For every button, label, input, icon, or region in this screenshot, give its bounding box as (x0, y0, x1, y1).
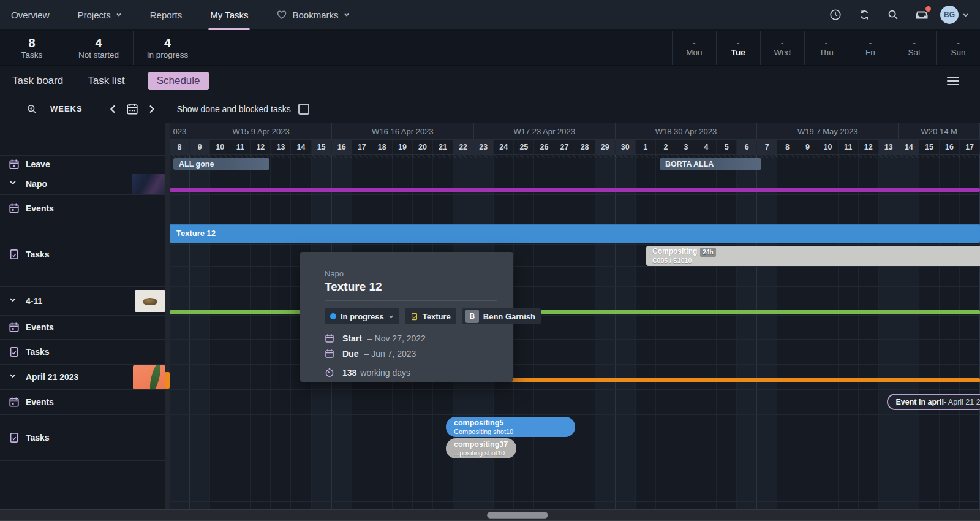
timeline-bar-4-11-timeline[interactable] (170, 310, 980, 314)
weekday-label: Tue (731, 48, 745, 57)
sidebar-row-label: Events (26, 203, 54, 213)
chevron-down-icon (9, 295, 20, 306)
sidebar-row-tasks[interactable]: Tasks (0, 340, 165, 365)
sidebar-row-empty (0, 461, 165, 511)
day-header-cell: 1 (636, 140, 656, 154)
stat-label: Not started (78, 50, 119, 59)
sidebar-row-leave[interactable]: Leave (0, 156, 165, 173)
day-header-cell: 11 (839, 140, 859, 154)
calendar-icon (9, 397, 20, 408)
menu-button[interactable] (944, 74, 962, 88)
status-dropdown[interactable]: In progress (325, 308, 399, 324)
task-bar-compositing37[interactable]: compositing37...positing shot10 (446, 438, 516, 458)
weekday-strip: -Mon-Tue-Wed-Thu-Fri-Sat-Sun (672, 31, 980, 65)
grid-column (230, 155, 251, 510)
nav-item-label: My Tasks (210, 10, 248, 20)
thumbnail-feather (133, 365, 165, 389)
day-header-cell: 15 (312, 140, 332, 154)
task-bar-compositing[interactable]: Compositing24hC005 / S1010 (646, 246, 980, 266)
weekday-value: - (781, 39, 783, 47)
tab-schedule[interactable]: Schedule (148, 72, 209, 90)
grid-row-line (170, 389, 980, 390)
scale-selector[interactable]: WEEKS (50, 104, 83, 113)
prev-button[interactable] (108, 104, 118, 114)
weekday-label: Wed (774, 48, 791, 57)
scrollbar-thumb[interactable] (487, 512, 548, 519)
user-menu[interactable]: BG (940, 6, 969, 24)
start-value: – Nov 27, 2022 (368, 333, 426, 343)
nav-item-label: Reports (150, 10, 183, 20)
day-header: 8910111213141516171819202122232425262728… (170, 140, 980, 155)
calendar-button[interactable] (126, 102, 139, 116)
heart-icon (276, 9, 287, 20)
task-bar-borta-alla[interactable]: BORTA ALLA (660, 158, 761, 170)
task-bar-texture-12[interactable]: Texture 12 (170, 224, 980, 243)
grid-row-line (170, 194, 980, 195)
nav-item-bookmarks[interactable]: Bookmarks (262, 0, 363, 29)
sidebar-row-events[interactable]: Events (0, 195, 165, 222)
sidebar-row-events[interactable]: Events (0, 316, 165, 340)
thumbnail-turtle (135, 290, 165, 312)
assignee-avatar: B (466, 310, 479, 323)
weekday-value: - (825, 39, 827, 47)
task-bar-event-in-april[interactable]: Event in april - April 21 20 (887, 394, 980, 410)
calendar-icon (325, 333, 334, 343)
task-bar-compositing5[interactable]: compositing5Compositing shot10 (446, 417, 575, 437)
clipped-orange-bar (165, 372, 170, 389)
nav-item-overview[interactable]: Overview (11, 0, 64, 29)
search-button[interactable] (883, 4, 903, 25)
history-clock-button[interactable] (825, 4, 846, 25)
chevron-down-icon (9, 178, 20, 189)
grid-body: ALL goneBORTA ALLATexture 12Compositing2… (170, 155, 980, 510)
zoom-icon[interactable] (26, 103, 38, 115)
weekday-sun: -Sun (936, 31, 980, 65)
day-header-cell: 10 (818, 140, 839, 154)
task-bar-all-gone[interactable]: ALL gone (173, 158, 270, 170)
working-days-label: working days (360, 368, 410, 378)
grid-column (251, 155, 271, 510)
tab-task-list[interactable]: Task list (86, 72, 126, 90)
grid-column (960, 155, 980, 510)
stat-value: 4 (164, 36, 171, 50)
week-cell-w19-7-may-2023: W19 7 May 2023 (757, 123, 899, 139)
grid-column (190, 155, 210, 510)
task-icon (9, 346, 20, 357)
nav-item-my-tasks[interactable]: My Tasks (196, 0, 262, 29)
weekday-tue: -Tue (716, 31, 760, 65)
vertical-divider (165, 123, 170, 510)
grid-column (818, 155, 839, 510)
grid-column (616, 155, 636, 510)
day-header-cell: 29 (595, 140, 616, 154)
weekday-wed: -Wed (760, 31, 804, 65)
sync-button[interactable] (854, 4, 875, 25)
day-header-cell: 24 (494, 140, 514, 154)
task-type-label: Texture (423, 312, 451, 321)
timeline-bar-napo-timeline[interactable] (170, 188, 980, 192)
sidebar-row-label: 4-11 (26, 296, 42, 306)
nav-item-projects[interactable]: Projects (64, 0, 136, 29)
grid-column (777, 155, 797, 510)
day-header-cell: 9 (797, 140, 818, 154)
sidebar-row-april-21-2023[interactable]: April 21 2023 (0, 365, 165, 390)
nav-item-reports[interactable]: Reports (136, 0, 197, 29)
assignee-name: Benn Garnish (483, 312, 535, 321)
show-done-checkbox[interactable] (298, 104, 309, 115)
sidebar-row-label: April 21 2023 (26, 372, 78, 382)
bar-label: compositing37 (454, 439, 516, 449)
chevron-down-icon (388, 314, 394, 319)
sidebar-row-tasks[interactable]: Tasks (0, 415, 165, 461)
grid-column (717, 155, 737, 510)
inbox-button[interactable] (911, 4, 932, 25)
horizontal-scrollbar[interactable] (0, 509, 980, 520)
next-button[interactable] (146, 104, 156, 114)
week-cell-023: 023 (170, 123, 190, 139)
day-header-cell: 4 (696, 140, 717, 154)
sidebar-row-4-11[interactable]: 4-11 (0, 287, 165, 316)
sidebar-row-label: Events (26, 397, 54, 407)
tab-task-board[interactable]: Task board (11, 72, 64, 90)
grid-row-line (170, 460, 980, 460)
sidebar-row-napo[interactable]: Napo (0, 173, 165, 195)
sidebar-row-tasks[interactable]: Tasks (0, 222, 165, 287)
grid-column (656, 155, 676, 510)
sidebar-row-events[interactable]: Events (0, 390, 165, 415)
